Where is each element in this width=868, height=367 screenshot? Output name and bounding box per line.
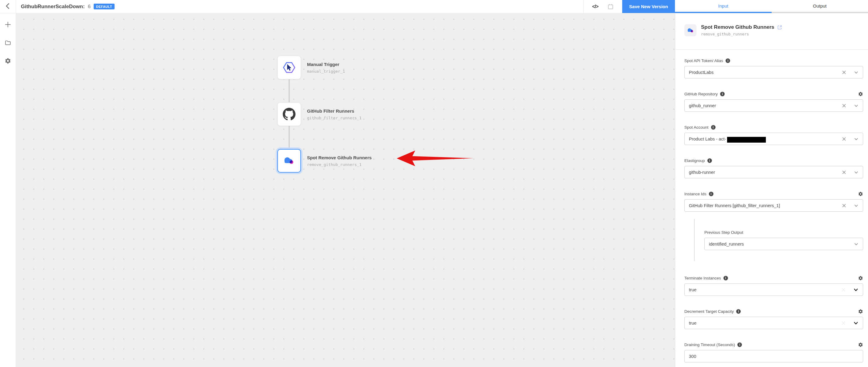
clear-icon[interactable] [842,70,846,75]
decrement-target-capacity-select[interactable]: true [684,317,863,329]
node-title: GitHub Filter Runners [307,108,362,113]
github-repository-select[interactable]: github_runner [684,99,863,112]
spot-icon [684,24,696,36]
edge-connector [289,79,289,102]
gear-settings-button[interactable] [858,309,863,314]
panel-tabs: InputOutput [675,0,868,13]
gear-settings-button[interactable] [858,342,863,347]
field-label: Spot API Token/ Alias [684,59,723,63]
folder-icon [4,39,11,46]
info-icon[interactable]: i [736,309,741,314]
node-id: manual_trigger_1 [307,69,345,74]
workflow-version: 6 [88,4,91,10]
instance-ids-select[interactable]: GitHub Filter Runners [github_filter_run… [684,199,863,212]
chevron-down-icon[interactable] [854,242,859,246]
spot-api-token-alias-select[interactable]: ProductLabs [684,66,863,78]
terminate-instances-select[interactable]: true [684,283,863,296]
select-value: identified_runners [709,242,744,246]
field-draining-timeout-seconds: Draining Timeout (Seconds)i300 [684,341,863,363]
chevron-down-icon[interactable] [854,137,859,141]
node-card[interactable] [277,102,301,126]
redacted-value [727,137,766,143]
node-card[interactable] [277,149,301,173]
chevron-down-icon[interactable] [854,103,859,108]
input-panel: Spot Remove Github Runners remove_github… [675,13,868,367]
field-decrement-target-capacity: Decrement Target Capacityitrue [684,308,863,329]
info-icon[interactable]: i [709,192,713,196]
field-label: Terminate Instances [684,276,721,280]
gear-settings-button[interactable] [858,191,863,197]
nested-previous-step-output-section: Previous Step Outputidentified_runners [694,219,863,261]
select-value: github-runner [689,170,715,175]
top-bar: GithubRunnerScaleDown: 6 DEFAULT </> Sav… [0,0,868,13]
chevron-down-icon[interactable] [853,287,859,293]
field-previous-step-output: Previous Step Outputidentified_runners [704,229,863,250]
select-value: true [689,287,696,292]
previous-step-output-select[interactable]: identified_runners [704,238,863,250]
field-label: Draining Timeout (Seconds) [684,342,735,347]
tab-input[interactable]: Input [675,0,772,13]
save-new-version-button[interactable]: Save New Version [622,0,675,13]
left-sidebar [0,13,16,367]
info-icon[interactable]: i [725,59,730,63]
field-label: Decrement Target Capacity [684,309,734,314]
back-button[interactable] [0,0,16,13]
default-badge: DEFAULT [94,4,115,9]
clear-icon[interactable] [842,137,846,141]
chevron-down-icon[interactable] [854,70,859,75]
node-card[interactable] [277,56,301,79]
field-terminate-instances: Terminate Instancesitrue [684,275,863,296]
field-spot-account: Spot AccountiProduct Labs - act- [684,124,863,145]
spot-account-select[interactable]: Product Labs - act- [684,133,863,145]
calendar-icon[interactable] [607,3,614,10]
info-icon[interactable]: i [711,125,716,130]
field-github-repository: GitHub Repositoryigithub_runner [684,91,863,112]
elastigroup-select[interactable]: github-runner [684,166,863,178]
node-title: Spot Remove Github Runners [307,155,372,160]
external-link-icon[interactable] [777,25,782,30]
node-id: remove_github_runners_1 [307,162,372,167]
panel-node-id: remove_github_runners [701,32,782,36]
back-chevron-icon [4,2,12,11]
field-elastigroup: Elastigroupigithub-runner [684,158,863,178]
field-label: Elastigroup [684,158,705,163]
field-label: GitHub Repository [684,92,718,96]
chevron-down-icon[interactable] [854,203,859,208]
info-icon[interactable]: i [737,342,742,347]
chevron-down-icon[interactable] [854,170,859,175]
field-spot-api-token-alias: Spot API Token/ AliasiProductLabs [684,58,863,78]
gear-settings-button[interactable] [858,275,863,281]
clear-icon [841,321,846,326]
info-icon[interactable]: i [707,158,712,163]
chevron-down-icon[interactable] [853,321,859,326]
workflow-canvas[interactable]: Manual Triggermanual_trigger_1GitHub Fil… [16,13,675,367]
gear-settings-button[interactable] [858,92,863,97]
gear-icon [4,58,11,64]
info-icon[interactable]: i [720,92,725,96]
input-value: 300 [689,354,696,359]
select-value: true [689,321,696,326]
sidebar-settings-button[interactable] [4,57,11,65]
clear-icon [841,287,846,292]
clear-icon[interactable] [842,170,846,175]
field-label: Instance Ids [684,192,707,196]
edge-connector [289,126,289,149]
workflow-title: GithubRunnerScaleDown: [21,4,85,10]
annotation-red-arrow [396,150,474,168]
sidebar-files-button[interactable] [4,39,11,46]
field-label: Previous Step Output [704,230,743,235]
info-icon[interactable]: i [723,276,728,280]
select-value: ProductLabs [689,70,713,75]
spot-icon [282,154,296,167]
tab-output[interactable]: Output [772,0,868,13]
select-value: Product Labs - act- [689,137,726,141]
code-view-icon[interactable]: </> [592,4,598,9]
draining-timeout-seconds-input[interactable]: 300 [684,350,863,363]
clear-icon[interactable] [842,103,846,108]
select-value: github_runner [689,103,716,108]
clear-icon[interactable] [842,203,846,208]
sidebar-add-button[interactable] [4,21,11,28]
plus-icon [4,21,11,28]
workflow-node-manual_trigger_1: Manual Triggermanual_trigger_1 [277,56,345,79]
node-id: github_filter_runners_1 [307,116,362,120]
